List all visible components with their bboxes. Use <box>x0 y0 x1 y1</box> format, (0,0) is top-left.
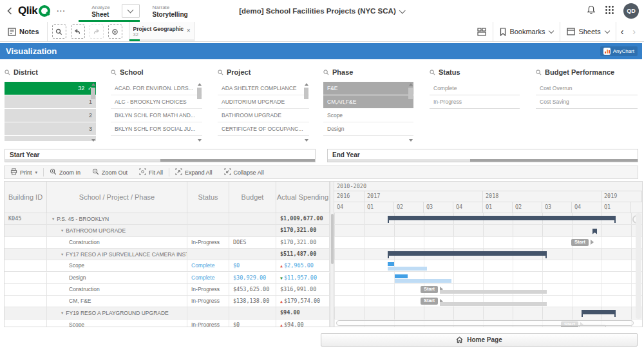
table-row[interactable]: ScopeIn-Progress$0▲$94.00 <box>5 319 330 327</box>
search-icon[interactable] <box>323 66 329 78</box>
filter-header[interactable]: District <box>5 67 104 77</box>
row-collapse-caret-icon[interactable]: ▾ <box>61 228 63 233</box>
gantt-summary-bar[interactable] <box>388 251 547 256</box>
table-row[interactable]: ▾BATHROOM UPGRADE$170,321.00 <box>5 225 330 236</box>
gantt-baseline-bar[interactable] <box>388 267 427 271</box>
scroll-down-icon[interactable] <box>91 139 95 142</box>
clear-selections-icon[interactable] <box>108 24 122 39</box>
scroll-down-icon[interactable] <box>305 139 308 142</box>
filter-item[interactable]: BATHROOM UPGRADE <box>218 109 309 122</box>
scroll-up-icon[interactable] <box>409 83 413 86</box>
scrollbar-thumb[interactable] <box>91 88 95 99</box>
filter-item[interactable]: Cost Saving <box>536 95 638 109</box>
gantt-summary-bar[interactable] <box>582 310 616 314</box>
filter-scrollbar[interactable] <box>408 82 413 143</box>
scrollbar-thumb[interactable] <box>304 88 308 99</box>
filter-item[interactable]: Complete <box>430 82 520 95</box>
gantt-summary-bar[interactable] <box>388 216 616 220</box>
filter-item[interactable]: CERTIFICATE OF OCCUPANC... <box>218 122 309 136</box>
scrollbar-thumb[interactable] <box>197 88 202 99</box>
close-icon[interactable]: × <box>187 27 191 34</box>
app-title-menu[interactable]: [demo] School Facilities Projects (NYC S… <box>239 7 404 15</box>
gantt-row[interactable] <box>334 307 642 319</box>
gantt-baseline-bar[interactable] <box>395 279 451 283</box>
search-icon[interactable] <box>430 66 435 78</box>
step-back-icon[interactable] <box>71 24 85 39</box>
back-chevron-icon[interactable] <box>3 4 17 18</box>
table-row[interactable]: DesignComplete$30,929.00▼$11,957.00 <box>5 272 330 284</box>
nav-analyze[interactable]: Analyze Sheet <box>79 0 139 22</box>
gantt-row[interactable]: Start <box>334 284 642 296</box>
table-row[interactable]: CM, F&EIn-Progress$138,138.00▲$179,574.0… <box>5 296 330 307</box>
gantt-progress-bar[interactable] <box>440 302 547 306</box>
search-icon[interactable] <box>111 66 117 78</box>
filter-item[interactable]: Cost Overrun <box>536 82 638 95</box>
scrollbar-thumb[interactable] <box>331 214 334 264</box>
expand-all-button[interactable]: Expand All <box>169 166 218 178</box>
filter-item[interactable]: 1 <box>5 95 96 109</box>
filter-item[interactable]: 2 <box>5 109 96 122</box>
notifications-bell-icon[interactable] <box>587 5 596 17</box>
filter-item[interactable]: Scope <box>323 109 413 122</box>
filter-item[interactable]: BKLYN SCHL FOR SOCIAL JU... <box>111 122 202 136</box>
scroll-up-icon[interactable] <box>91 83 95 86</box>
filter-header[interactable]: Phase <box>323 67 421 77</box>
collapse-all-button[interactable]: Collapse All <box>218 166 270 178</box>
fit-all-button[interactable]: Fit All <box>133 166 169 178</box>
filter-item[interactable]: BKLYN SCHL FOR MATH AND... <box>111 109 202 122</box>
gantt-start-marker[interactable]: Start <box>571 239 594 246</box>
sheet-tab[interactable]: Project Geographic D... 32 × <box>129 22 194 41</box>
year-filter-scrollbar[interactable] <box>328 159 638 162</box>
zoom-in-button[interactable]: Zoom In <box>44 166 86 178</box>
table-row[interactable]: ScopeComplete$0▲$2,965.00 <box>5 260 330 272</box>
previous-sheet-icon[interactable]: ‹ <box>616 26 629 37</box>
scroll-up-icon[interactable] <box>198 83 202 86</box>
scrollbar-thumb[interactable] <box>470 159 638 162</box>
gantt-row[interactable] <box>334 225 642 236</box>
gantt-horizontal-scrollbar[interactable] <box>336 320 634 326</box>
filter-item[interactable]: Design <box>323 122 413 136</box>
overflow-menu-icon[interactable]: ··· <box>57 7 66 15</box>
table-row[interactable]: K045▾P.S. 45 - BROOKLYN$1,009,677.00 <box>5 213 330 225</box>
anychart-credit[interactable]: AnyChart <box>600 46 638 56</box>
gantt-row[interactable] <box>334 272 642 284</box>
filter-item[interactable]: ADA SHELTER COMPLIANCE <box>218 82 309 95</box>
qlik-logo[interactable]: Qlik <box>18 5 50 17</box>
home-page-button[interactable]: Home Page <box>321 333 638 347</box>
table-row[interactable]: ConstructionIn-ProgressDOES$170,321.00 <box>5 237 330 249</box>
table-row[interactable]: ▾FY17 RESO A IP SURVEILLANCE CAMERA INST… <box>5 249 330 260</box>
filter-header[interactable]: School <box>111 67 207 77</box>
sheet-dropdown-button[interactable] <box>122 4 140 18</box>
filter-item[interactable]: ALC - BROOKLYN CHOICES <box>111 95 202 109</box>
filter-scrollbar[interactable] <box>197 82 202 143</box>
sheet-grid-icon[interactable] <box>471 22 493 41</box>
filter-header[interactable]: Budget Performance <box>536 67 638 77</box>
scrollbar-thumb[interactable] <box>408 88 413 99</box>
filter-item[interactable]: 3 <box>5 122 96 136</box>
filter-item[interactable]: F&E <box>323 82 413 95</box>
filter-item[interactable]: ACAD. FOR ENVIRON. LDRS... <box>111 82 202 95</box>
year-filter-scrollbar[interactable] <box>5 159 315 162</box>
zoom-out-button[interactable]: Zoom Out <box>86 166 133 178</box>
app-launcher-waffle-icon[interactable] <box>605 5 614 17</box>
gantt-row[interactable] <box>334 249 642 260</box>
search-icon[interactable] <box>5 66 10 78</box>
gantt-progress-bar[interactable] <box>440 290 547 294</box>
scroll-up-icon[interactable] <box>305 83 308 86</box>
sheets-button[interactable]: Sheets <box>560 22 615 41</box>
filter-item[interactable]: 32✓ <box>5 82 96 95</box>
gantt-actual-bar[interactable] <box>388 262 394 266</box>
gantt-row[interactable] <box>334 260 642 272</box>
user-avatar[interactable]: QD <box>623 3 639 19</box>
bookmarks-button[interactable]: Bookmarks <box>493 22 560 41</box>
scroll-down-icon[interactable] <box>198 139 202 142</box>
nav-storytelling[interactable]: Narrate Storytelling <box>153 0 188 22</box>
smart-search-icon[interactable] <box>52 24 66 39</box>
gantt-actual-bar[interactable] <box>395 274 408 278</box>
year-filter-start[interactable]: Start Year <box>5 149 316 162</box>
filter-header[interactable]: Project <box>218 67 314 77</box>
filter-scrollbar[interactable] <box>91 82 96 143</box>
filter-item[interactable]: AUDITORIUM UPGRADE <box>218 95 309 109</box>
filter-item[interactable]: CM,Art,F&E <box>323 95 413 109</box>
notes-button[interactable]: Notes <box>0 22 47 41</box>
